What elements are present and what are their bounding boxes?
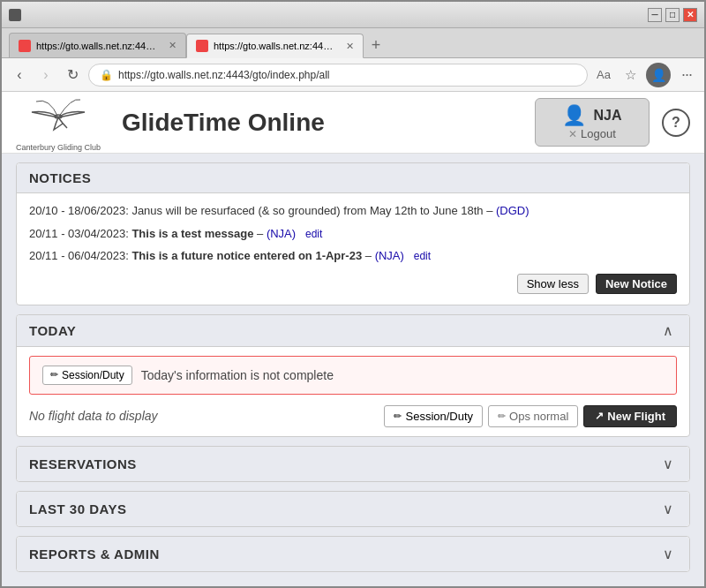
- reports-header[interactable]: REPORTS & ADMIN ∨: [17, 537, 689, 571]
- notice-edit-2[interactable]: edit: [305, 228, 322, 240]
- tab-label-2: https://gto.walls.net.nz:4443/gto: [214, 41, 337, 51]
- menu-button[interactable]: ···: [676, 64, 697, 86]
- notice-text-2: This is a test message: [131, 227, 253, 240]
- today-body: ✏ Session/Duty Today's information is no…: [17, 347, 689, 436]
- no-flight-text: No flight data to display: [29, 409, 158, 423]
- favorites-button[interactable]: ☆: [620, 64, 641, 86]
- notice-sep-3: –: [365, 249, 375, 262]
- notices-title: NOTICES: [29, 170, 91, 185]
- pencil-ops-icon: ✏: [498, 411, 506, 422]
- last30days-section: LAST 30 DAYS ∨: [16, 491, 690, 527]
- reports-title: REPORTS & ADMIN: [29, 547, 160, 562]
- new-notice-button[interactable]: New Notice: [596, 274, 677, 294]
- session-duty-label: Session/Duty: [405, 410, 473, 423]
- user-avatar-icon: 👤: [562, 104, 586, 127]
- notice-item-3: 20/11 - 06/04/2023: This is a future not…: [29, 247, 677, 265]
- show-less-button[interactable]: Show less: [517, 274, 589, 294]
- site-title: GlideTime Online: [122, 109, 535, 137]
- refresh-button[interactable]: ↻: [62, 64, 83, 86]
- warning-text: Today's information is not complete: [141, 368, 334, 382]
- session-duty-small-label: Session/Duty: [62, 369, 124, 381]
- today-section: TODAY ∧ ✏ Session/Duty Today's informati…: [16, 314, 690, 437]
- reports-section: REPORTS & ADMIN ∨: [16, 536, 690, 572]
- pencil-session-icon: ✏: [394, 411, 402, 422]
- logout-button[interactable]: ✕ Logout: [568, 127, 616, 140]
- today-header: TODAY ∧: [17, 315, 689, 347]
- notice-item-2: 20/11 - 03/04/2023: This is a test messa…: [29, 225, 677, 243]
- warning-box: ✏ Session/Duty Today's information is no…: [29, 356, 677, 395]
- notice-link-3[interactable]: (NJA): [375, 249, 404, 262]
- notice-text-3: This is a future notice entered on 1-Apr…: [131, 249, 362, 262]
- session-duty-small-button[interactable]: ✏ Session/Duty: [42, 366, 132, 385]
- address-bar[interactable]: 🔒 https://gto.walls.net.nz:4443/gto/inde…: [88, 64, 588, 87]
- logout-label: Logout: [581, 127, 616, 140]
- tab-label-1: https://gto.walls.net.nz:4443/gto: [36, 41, 160, 51]
- reservations-toggle-button[interactable]: ∨: [659, 456, 677, 472]
- notice-link-2[interactable]: (NJA): [267, 227, 296, 240]
- today-footer: No flight data to display ✏ Session/Duty…: [29, 405, 677, 427]
- today-toggle-button[interactable]: ∧: [659, 322, 677, 339]
- minimize-button[interactable]: ─: [648, 8, 662, 22]
- notice-text-1: Janus will be resurfaced (& so grounded)…: [131, 204, 483, 217]
- browser-icon: [9, 9, 21, 21]
- notice-sep-2: –: [257, 227, 267, 240]
- tab-close-1[interactable]: ✕: [169, 40, 176, 51]
- pencil-small-icon: ✏: [50, 369, 58, 381]
- last30days-title: LAST 30 DAYS: [29, 501, 126, 516]
- reservations-title: RESERVATIONS: [29, 456, 137, 471]
- notice-date-2: 20/11 - 03/04/2023:: [29, 227, 129, 240]
- notice-date-1: 20/10 - 18/06/2023:: [29, 204, 129, 217]
- browser-tab-2[interactable]: https://gto.walls.net.nz:4443/gto ✕: [186, 34, 364, 58]
- browser-tab-1[interactable]: https://gto.walls.net.nz:4443/gto ✕: [9, 33, 186, 57]
- tab-close-2[interactable]: ✕: [346, 41, 354, 52]
- url-text: https://gto.walls.net.nz:4443/gto/index.…: [118, 69, 330, 81]
- help-button[interactable]: ?: [662, 109, 690, 137]
- last30days-header[interactable]: LAST 30 DAYS ∨: [17, 492, 689, 526]
- logo-caption: Canterbury Gliding Club: [16, 143, 101, 152]
- logout-x-icon: ✕: [568, 128, 577, 140]
- close-button[interactable]: ✕: [683, 8, 697, 22]
- ops-normal-label: Ops normal: [509, 410, 568, 423]
- read-mode-button[interactable]: Aa: [593, 64, 614, 86]
- tab-favicon-1: [19, 40, 31, 52]
- site-logo: [19, 93, 98, 141]
- today-footer-buttons: ✏ Session/Duty ✏ Ops normal ↗ New Flight: [384, 405, 677, 427]
- notices-body: 20/10 - 18/06/2023: Janus will be resurf…: [17, 193, 689, 305]
- lock-icon: 🔒: [100, 69, 113, 81]
- ops-normal-button[interactable]: ✏ Ops normal: [488, 405, 578, 427]
- notice-item-1: 20/10 - 18/06/2023: Janus will be resurf…: [29, 202, 677, 220]
- session-duty-button[interactable]: ✏ Session/Duty: [384, 405, 483, 427]
- last30days-toggle-button[interactable]: ∨: [659, 501, 677, 517]
- today-title: TODAY: [29, 323, 76, 338]
- new-flight-button[interactable]: ↗ New Flight: [583, 405, 677, 427]
- reports-toggle-button[interactable]: ∨: [659, 546, 677, 562]
- tab-favicon-2: [196, 40, 208, 52]
- profile-icon: 👤: [651, 68, 666, 82]
- reservations-header[interactable]: RESERVATIONS ∨: [17, 447, 689, 481]
- notice-link-1[interactable]: (DGD): [496, 204, 530, 217]
- notice-date-3: 20/11 - 06/04/2023:: [29, 249, 129, 262]
- flight-arrow-icon: ↗: [595, 410, 604, 422]
- profile-button[interactable]: 👤: [646, 63, 671, 87]
- new-tab-button[interactable]: +: [364, 33, 388, 57]
- back-button[interactable]: ‹: [9, 64, 30, 86]
- notice-sep-1: –: [486, 204, 496, 217]
- notices-section: NOTICES 20/10 - 18/06/2023: Janus will b…: [16, 162, 690, 305]
- notices-footer: Show less New Notice: [29, 270, 677, 296]
- forward-button[interactable]: ›: [35, 64, 56, 86]
- notices-header: NOTICES: [17, 163, 689, 193]
- notice-edit-3[interactable]: edit: [414, 250, 431, 262]
- reservations-section: RESERVATIONS ∨: [16, 446, 690, 482]
- user-name: NJA: [593, 108, 621, 124]
- new-flight-label: New Flight: [607, 410, 665, 423]
- restore-button[interactable]: □: [665, 8, 680, 22]
